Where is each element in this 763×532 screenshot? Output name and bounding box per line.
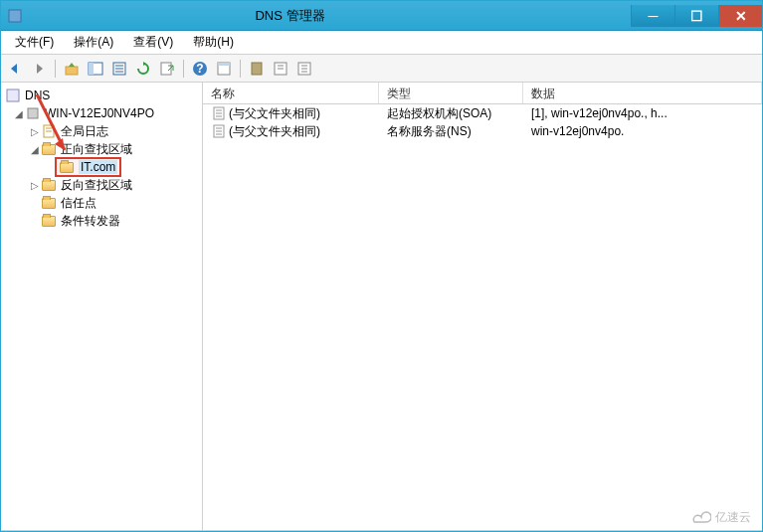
collapse-icon[interactable]: ◢ <box>29 144 41 155</box>
up-icon[interactable] <box>62 59 82 79</box>
svg-rect-12 <box>218 63 230 66</box>
tree-label: IT.com <box>79 160 117 174</box>
expand-icon[interactable]: ▷ <box>29 180 41 191</box>
tree-conditional-forwarders[interactable]: 条件转发器 <box>5 212 202 230</box>
folder-icon <box>41 213 57 229</box>
collapse-icon[interactable]: ◢ <box>13 108 25 119</box>
tree-label: 信任点 <box>61 195 96 212</box>
cell-data: [1], win-v12ej0nv4po., h... <box>523 106 762 120</box>
cell-type: 起始授权机构(SOA) <box>379 105 523 122</box>
tree-forward-zones[interactable]: ◢ 正向查找区域 <box>5 140 202 158</box>
server-icon <box>25 105 41 121</box>
tree-pane[interactable]: DNS ◢ WIN-V12EJ0NV4PO ▷ 全局日志 ◢ 正向查找区域 I <box>1 83 203 530</box>
tree-reverse-zones[interactable]: ▷ 反向查找区域 <box>5 176 202 194</box>
cell-name: (与父文件夹相同) <box>229 105 320 122</box>
titlebar: DNS 管理器 ─ ☐ ✕ <box>1 1 762 31</box>
column-data[interactable]: 数据 <box>523 83 762 103</box>
properties-icon[interactable] <box>214 59 234 79</box>
maximize-button[interactable]: ☐ <box>674 5 718 27</box>
cell-type: 名称服务器(NS) <box>379 123 523 140</box>
delete-icon[interactable] <box>109 59 129 79</box>
list-pane: 名称 类型 数据 (与父文件夹相同) 起始授权机构(SOA) [1], win-… <box>203 83 762 530</box>
filter-icon[interactable] <box>247 59 267 79</box>
dns-icon <box>5 88 21 103</box>
svg-rect-1 <box>66 67 78 75</box>
tree-global-log[interactable]: ▷ 全局日志 <box>5 122 202 140</box>
dns-manager-window: DNS 管理器 ─ ☐ ✕ 文件(F) 操作(A) 查看(V) 帮助(H) ? <box>0 0 763 532</box>
tree-server[interactable]: ◢ WIN-V12EJ0NV4PO <box>5 104 202 122</box>
back-button[interactable] <box>5 59 25 79</box>
menubar: 文件(F) 操作(A) 查看(V) 帮助(H) <box>1 31 762 55</box>
folder-icon <box>41 177 57 193</box>
separator <box>240 60 241 78</box>
separator <box>55 60 56 78</box>
tree-trust-points[interactable]: 信任点 <box>5 194 202 212</box>
list-header: 名称 类型 数据 <box>203 83 762 104</box>
menu-help[interactable]: 帮助(H) <box>183 32 244 53</box>
watermark: 亿速云 <box>689 509 751 526</box>
tree-label: DNS <box>25 89 50 102</box>
expand-icon[interactable]: ▷ <box>29 126 41 137</box>
refresh-icon[interactable] <box>133 59 153 79</box>
close-button[interactable]: ✕ <box>718 5 762 27</box>
help-icon[interactable]: ? <box>190 59 210 79</box>
new-zone-icon[interactable] <box>271 59 290 79</box>
watermark-text: 亿速云 <box>715 509 751 526</box>
svg-rect-3 <box>89 63 94 75</box>
window-controls: ─ ☐ ✕ <box>631 5 762 27</box>
tree-zone-it-com[interactable]: IT.com <box>5 158 202 176</box>
list-body[interactable]: (与父文件夹相同) 起始授权机构(SOA) [1], win-v12ej0nv4… <box>203 104 762 530</box>
tree-label: 正向查找区域 <box>61 141 132 158</box>
menu-view[interactable]: 查看(V) <box>123 32 183 53</box>
column-type[interactable]: 类型 <box>379 83 523 103</box>
column-name[interactable]: 名称 <box>203 83 379 103</box>
separator <box>183 60 184 78</box>
svg-text:?: ? <box>196 62 203 76</box>
menu-file[interactable]: 文件(F) <box>5 32 64 53</box>
forward-button[interactable] <box>29 59 49 79</box>
record-icon <box>211 123 227 139</box>
folder-icon <box>41 141 57 157</box>
log-icon <box>41 123 57 139</box>
toolbar: ? <box>1 55 762 83</box>
svg-rect-22 <box>28 108 38 118</box>
tree-label: 条件转发器 <box>61 213 120 230</box>
window-title: DNS 管理器 <box>0 7 631 25</box>
tree-label: 反向查找区域 <box>61 177 132 194</box>
cell-name: (与父文件夹相同) <box>229 123 320 140</box>
svg-rect-13 <box>252 63 262 75</box>
tree-label: 全局日志 <box>61 123 108 140</box>
show-hide-tree-icon[interactable] <box>86 59 105 79</box>
record-row[interactable]: (与父文件夹相同) 名称服务器(NS) win-v12ej0nv4po. <box>203 122 762 140</box>
record-row[interactable]: (与父文件夹相同) 起始授权机构(SOA) [1], win-v12ej0nv4… <box>203 104 762 122</box>
export-icon[interactable] <box>157 59 177 79</box>
folder-icon <box>41 195 57 211</box>
cell-data: win-v12ej0nv4po. <box>523 124 762 138</box>
svg-rect-21 <box>7 89 19 101</box>
record-icon <box>211 105 227 121</box>
new-record-icon[interactable] <box>294 59 314 79</box>
menu-action[interactable]: 操作(A) <box>64 32 123 53</box>
tree-root-dns[interactable]: DNS <box>5 87 202 104</box>
tree-label: WIN-V12EJ0NV4PO <box>45 106 154 120</box>
minimize-button[interactable]: ─ <box>631 5 674 27</box>
content-area: DNS ◢ WIN-V12EJ0NV4PO ▷ 全局日志 ◢ 正向查找区域 I <box>1 83 762 531</box>
zone-icon <box>59 159 75 175</box>
